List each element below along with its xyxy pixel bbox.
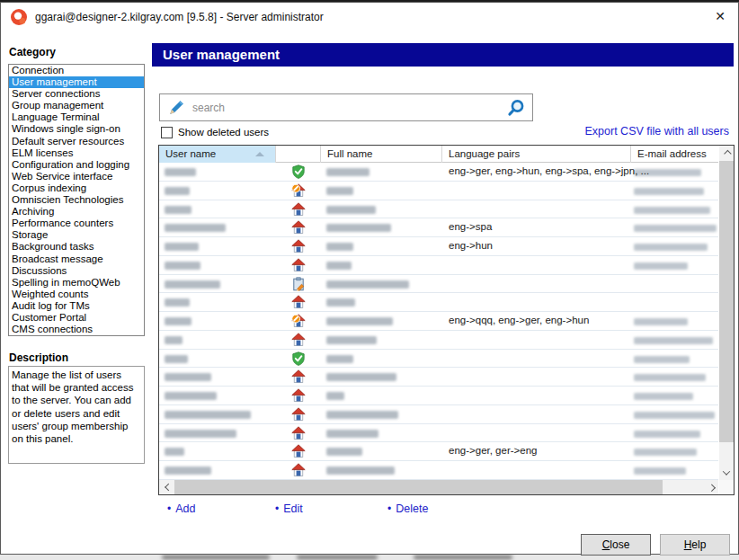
table-row[interactable]: eng->spa [159, 218, 718, 237]
search-icon[interactable] [506, 98, 526, 118]
close-icon[interactable]: ✕ [715, 9, 726, 23]
table-row[interactable] [159, 424, 718, 443]
column-header-user-name[interactable]: User name [159, 146, 276, 163]
sidebar-item[interactable]: Weighted counts [9, 289, 144, 300]
scrollbar-corner [719, 480, 734, 494]
sidebar-item[interactable]: Storage [9, 229, 144, 241]
title-bar[interactable]: ggarai@designer-2.kilgray.com [9.5.8] - … [1, 3, 738, 31]
vertical-scroll-thumb[interactable] [719, 161, 734, 442]
show-deleted-users-checkbox[interactable] [161, 127, 173, 138]
redacted-text [326, 187, 353, 195]
redacted-text [634, 467, 686, 475]
table-row[interactable] [159, 405, 718, 424]
sidebar-item[interactable]: Spelling in memoQWeb [9, 277, 144, 289]
redacted-text [326, 168, 370, 176]
scroll-left-icon[interactable] [159, 480, 174, 494]
shield-check-icon [291, 164, 306, 179]
sidebar-item[interactable]: Server connections [9, 88, 144, 100]
help-button[interactable]: Help [660, 534, 730, 556]
redacted-text [165, 206, 191, 214]
search-input[interactable]: search [159, 93, 533, 121]
house-icon [291, 239, 306, 253]
sidebar-item[interactable]: Customer Portal [9, 312, 144, 324]
table-row[interactable] [159, 182, 718, 200]
sidebar-item[interactable]: Group management [9, 100, 144, 111]
edit-link[interactable]: •Edit [275, 502, 303, 515]
export-csv-link[interactable]: Export CSV file with all users [585, 125, 729, 138]
sidebar-item[interactable]: CMS connections [9, 324, 144, 335]
redacted-text [165, 392, 217, 400]
redacted-text [326, 243, 353, 251]
sidebar-item[interactable]: Windows single sign-on [9, 123, 144, 135]
sidebar-item[interactable]: Web Service interface [9, 171, 144, 182]
column-header-email-address[interactable]: E-mail address [631, 146, 718, 163]
sidebar-item[interactable]: Corpus indexing [9, 182, 144, 194]
table-row[interactable] [159, 275, 718, 294]
description-label: Description [9, 351, 68, 364]
sidebar-item[interactable]: Broadcast message [9, 253, 144, 265]
table-body: eng->ger, eng->hun, eng->spa, eng->jpn, … [159, 163, 718, 480]
scroll-down-icon[interactable] [719, 465, 734, 480]
table-row[interactable] [159, 387, 718, 405]
redacted-text [634, 412, 715, 419]
vertical-scrollbar[interactable] [719, 146, 734, 480]
column-header-full-name[interactable]: Full name [321, 146, 442, 163]
window-title: ggarai@designer-2.kilgray.com [9.5.8] - … [35, 11, 324, 23]
column-header-language-pairs[interactable]: Language pairs [442, 146, 631, 163]
redacted-text [326, 262, 352, 270]
sidebar-item[interactable]: Configuration and logging [9, 159, 144, 171]
redacted-text [326, 224, 391, 232]
page-title: User management [152, 43, 734, 67]
language-pairs-cell: eng->qqq, eng->ger, eng->hun [449, 315, 589, 325]
table-row[interactable] [159, 350, 718, 369]
sidebar-item[interactable]: Background tasks [9, 241, 144, 253]
house-blocked-icon [291, 314, 306, 328]
table-row[interactable]: eng->hun [159, 237, 718, 256]
redacted-text [326, 448, 362, 456]
sidebar-item[interactable]: Discussions [9, 265, 144, 277]
table-row[interactable] [159, 256, 718, 275]
scroll-up-icon[interactable] [719, 146, 734, 161]
sidebar-item[interactable]: Connection [9, 65, 144, 76]
table-row[interactable]: eng->ger, ger->eng [159, 442, 718, 461]
table-row[interactable]: eng->qqq, eng->ger, eng->hun [159, 312, 718, 331]
shield-check-icon [291, 351, 306, 366]
sidebar-item[interactable]: Omniscien Technologies [9, 194, 144, 206]
table-row[interactable] [159, 331, 718, 350]
column-header-icon[interactable] [276, 146, 321, 163]
table-row[interactable] [159, 293, 718, 312]
redacted-text [634, 244, 708, 251]
sidebar-item[interactable]: Performance counters [9, 218, 144, 229]
table-row[interactable] [159, 368, 718, 387]
table-row[interactable]: eng->ger, eng->hun, eng->spa, eng->jpn, … [159, 163, 718, 182]
close-button[interactable]: Close [581, 534, 651, 556]
search-placeholder: search [192, 102, 225, 114]
redacted-text [634, 393, 693, 400]
redacted-text [326, 392, 344, 400]
sidebar-item[interactable]: User management [9, 76, 144, 88]
sidebar-item[interactable]: ELM licenses [9, 147, 144, 159]
sidebar-item[interactable]: Language Terminal [9, 111, 144, 123]
sidebar-item[interactable]: Default server resources [9, 136, 144, 147]
redacted-text [634, 207, 710, 214]
category-listbox[interactable]: ConnectionUser managementServer connecti… [8, 64, 145, 336]
redacted-text [326, 280, 409, 289]
language-pairs-cell: eng->ger, ger->eng [449, 445, 537, 456]
delete-link[interactable]: •Delete [387, 502, 428, 515]
add-link[interactable]: •Add [167, 502, 195, 515]
horizontal-scroll-thumb[interactable] [174, 480, 663, 494]
sidebar-item[interactable]: Audit log for TMs [9, 300, 144, 312]
redacted-text [634, 318, 688, 325]
scroll-right-icon[interactable] [703, 480, 718, 494]
screen: ggarai@designer-2.kilgray.com [9.5.8] - … [0, 0, 739, 560]
redacted-text [326, 336, 377, 344]
sidebar-item[interactable]: Archiving [9, 206, 144, 218]
language-pairs-cell: eng->ger, eng->hun, eng->spa, eng->jpn, … [449, 165, 649, 176]
table-row[interactable] [159, 200, 718, 219]
house-icon [291, 444, 306, 458]
table-row[interactable] [159, 461, 718, 480]
horizontal-scrollbar[interactable] [159, 480, 718, 494]
redacted-text [165, 467, 211, 475]
redacted-text [165, 317, 191, 325]
redacted-text [165, 355, 188, 363]
